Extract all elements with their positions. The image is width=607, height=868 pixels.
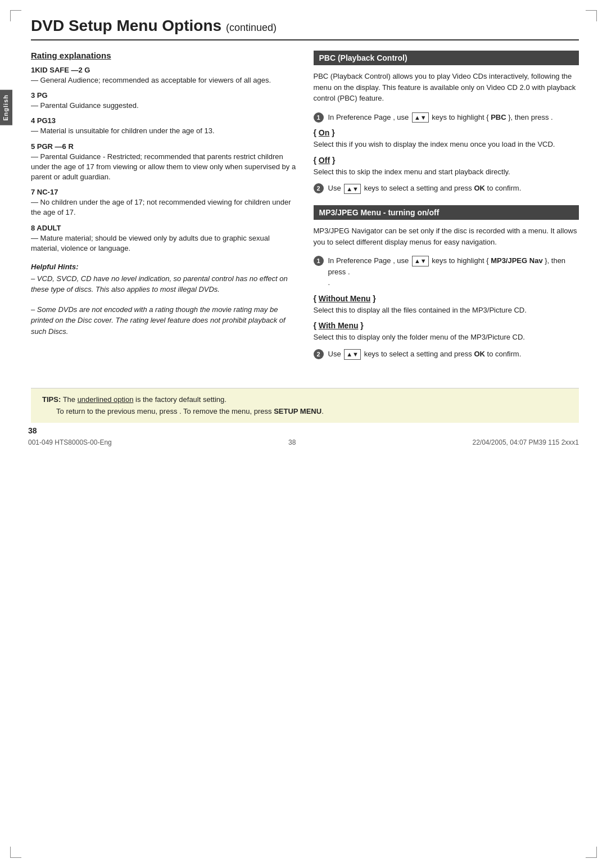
tips-line1: TIPS: The underlined option is the facto… [42,394,568,406]
page-title: DVD Setup Menu Options (continued) [31,17,579,40]
pbc-ok-bold: OK [474,184,485,192]
pbc-step1-text: In Preference Page , use ▲▼ keys to high… [328,112,579,123]
arrow-keys-icon-3: ▲▼ [412,256,429,266]
pbc-off-title: { Off } [314,156,579,165]
tips-line1-prefix: The [63,395,78,404]
page-title-continued: (continued) [226,22,277,33]
page-number: 38 [0,426,607,435]
pbc-step2-circle: 2 [314,183,324,193]
mp3-header: MP3/JPEG Menu - turning on/off [314,205,579,220]
right-column: PBC (Playback Control) PBC (Playback Con… [314,51,579,371]
corner-tl [10,10,21,21]
rating-pgr-title: 5 PGR —6 R [31,142,297,151]
corner-br [586,847,597,858]
rating-kidsafe-desc: — General Audience; recommended as accep… [31,75,297,85]
mp3-step1-circle: 1 [314,256,324,266]
pbc-bold-item: PBC [491,113,506,121]
hints-line2: – Some DVDs are not encoded with a ratin… [31,304,297,337]
pbc-step1: 1 In Preference Page , use ▲▼ keys to hi… [314,112,579,123]
mp3-without-menu-option: { Without Menu } Select this to display … [314,294,579,316]
mp3-step2-circle: 2 [314,349,324,359]
pbc-header: PBC (Playback Control) [314,51,579,65]
pbc-on-desc: Select this if you wish to display the i… [314,139,579,150]
rating-pgr-desc: — Parental Guidance - Restricted; recomm… [31,152,297,183]
hints-line1: – VCD, SVCD, CD have no level indication… [31,273,297,295]
mp3-step2: 2 Use ▲▼ keys to select a setting and pr… [314,349,579,360]
mp3-step1: 1 In Preference Page , use ▲▼ keys to hi… [314,255,579,288]
mp3-step2-text: Use ▲▼ keys to select a setting and pres… [328,349,579,360]
rating-nc17-desc: — No children under the age of 17; not r… [31,197,297,218]
footer-left: 001-049 HTS8000S-00-Eng [28,438,112,446]
rating-adult-title: 8 ADULT [31,224,297,232]
page-title-text: DVD Setup Menu Options [31,17,221,34]
rating-item-pg: 3 PG — Parental Guidance suggested. [31,91,297,111]
pbc-off-underline: Off [319,156,330,165]
rating-item-kidsafe: 1KID SAFE —2 G — General Audience; recom… [31,66,297,85]
corner-tr [586,10,597,21]
pbc-body: PBC (Playback Control) allows you to pla… [314,71,579,104]
tips-line1-suffix: is the factory default setting. [133,395,226,404]
tips-bar: TIPS: The underlined option is the facto… [31,388,579,423]
mp3-bold-item: MP3/JPEG Nav [491,256,543,265]
rating-pg13-title: 4 PG13 [31,116,297,125]
tips-underlined-option: underlined option [78,395,134,404]
main-content: DVD Setup Menu Options (continued) Ratin… [31,17,579,423]
footer-center: 38 [288,438,296,446]
rating-item-pg13: 4 PG13 — Material is unsuitable for chil… [31,116,297,136]
left-column: Rating explanations 1KID SAFE —2 G — Gen… [31,51,297,371]
side-tab: English [0,90,12,125]
rating-pg-desc: — Parental Guidance suggested. [31,101,297,111]
arrow-keys-icon-4: ▲▼ [344,349,361,360]
arrow-keys-icon-2: ▲▼ [344,184,361,195]
pbc-section: PBC (Playback Control) PBC (Playback Con… [314,51,579,194]
mp3-body: MP3/JPEG Navigator can be set only if th… [314,225,579,247]
pbc-on-title: { On } [314,128,579,137]
rating-pg-title: 3 PG [31,91,297,100]
mp3-with-menu-desc: Select this to display only the folder m… [314,332,579,343]
mp3-without-menu-desc: Select this to display all the files con… [314,305,579,316]
corner-bl [10,847,21,858]
mp3-ok-bold: OK [474,350,485,358]
helpful-hints: Helpful Hints: – VCD, SVCD, CD have no l… [31,263,297,337]
rating-nc17-title: 7 NC-17 [31,188,297,196]
footer-bar: 001-049 HTS8000S-00-Eng 38 22/04/2005, 0… [0,438,607,446]
rating-adult-desc: — Mature material; should be viewed only… [31,233,297,254]
footer-right: 22/04/2005, 04:07 PM39 115 2xxx1 [473,438,579,446]
pbc-off-desc: Select this to skip the index menu and s… [314,166,579,178]
rating-item-adult: 8 ADULT — Mature material; should be vie… [31,224,297,254]
mp3-with-menu-title: { With Menu } [314,321,579,330]
tips-line2-suffix: . [321,407,324,415]
mp3-without-menu-title: { Without Menu } [314,294,579,303]
tips-setup-menu: SETUP MENU [274,407,321,415]
rating-kidsafe-title: 1KID SAFE —2 G [31,66,297,74]
without-menu-underline: Without Menu [319,294,370,303]
pbc-on-underline: On [319,128,329,137]
pbc-step2: 2 Use ▲▼ keys to select a setting and pr… [314,183,579,194]
tips-label: TIPS: [42,395,61,404]
mp3-section: MP3/JPEG Menu - turning on/off MP3/JPEG … [314,205,579,360]
mp3-with-menu-option: { With Menu } Select this to display onl… [314,321,579,343]
rating-item-nc17: 7 NC-17 — No children under the age of 1… [31,188,297,218]
arrow-keys-icon: ▲▼ [412,112,429,123]
mp3-step1-text: In Preference Page , use ▲▼ keys to high… [328,255,579,288]
page-wrapper: English DVD Setup Menu Options (continue… [0,0,607,868]
pbc-off-option: { Off } Select this to skip the index me… [314,156,579,178]
rating-explanations-heading: Rating explanations [31,51,297,60]
pbc-step1-circle: 1 [314,112,324,123]
with-menu-underline: With Menu [319,321,359,330]
hints-title: Helpful Hints: [31,263,297,271]
pbc-on-option: { On } Select this if you wish to displa… [314,128,579,150]
rating-item-pgr: 5 PGR —6 R — Parental Guidance - Restric… [31,142,297,183]
tips-line2-prefix: To return to the previous menu, press . … [56,407,274,415]
tips-line2: To return to the previous menu, press . … [42,406,568,418]
rating-pg13-desc: — Material is unsuitable for children un… [31,126,297,136]
pbc-step2-text: Use ▲▼ keys to select a setting and pres… [328,183,579,194]
two-column-layout: Rating explanations 1KID SAFE —2 G — Gen… [31,51,579,371]
